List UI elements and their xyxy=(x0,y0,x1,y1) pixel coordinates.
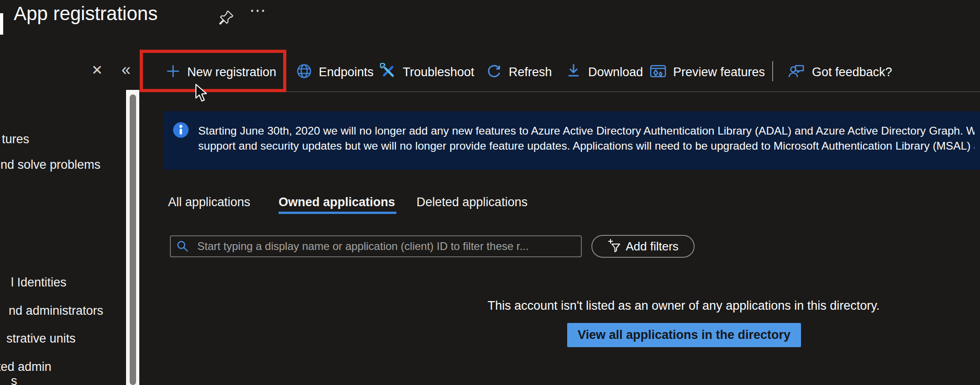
globe-icon xyxy=(296,63,312,81)
red-highlight-annotation xyxy=(140,50,286,92)
got-feedback-label: Got feedback? xyxy=(812,65,892,79)
app-registrations-page: App registrations ⋯ tures nd solve probl… xyxy=(0,0,980,385)
tab-deleted-applications[interactable]: Deleted applications xyxy=(416,195,527,209)
got-feedback-button[interactable]: Got feedback? xyxy=(787,61,892,83)
troubleshoot-label: Troubleshoot xyxy=(403,65,474,79)
search-input[interactable] xyxy=(170,235,582,257)
add-filters-button[interactable]: Add filters xyxy=(591,235,695,258)
download-icon xyxy=(565,63,582,81)
endpoints-button[interactable]: Endpoints xyxy=(296,61,374,83)
sidebar-item-administrative-units[interactable]: strative units xyxy=(6,332,76,346)
sidebar-item-roles-administrators[interactable]: nd administrators xyxy=(9,304,103,318)
empty-state-message: This account isn't listed as an owner of… xyxy=(478,299,889,313)
banner-line-2: support and security updates but we will… xyxy=(198,138,975,153)
endpoints-label: Endpoints xyxy=(319,65,374,79)
tab-all-applications[interactable]: All applications xyxy=(168,195,250,209)
toolbar-separator xyxy=(772,61,773,81)
refresh-label: Refresh xyxy=(509,65,552,79)
sidebar-item-external-identities[interactable]: l Identities xyxy=(11,276,67,290)
sparkle-window-icon xyxy=(649,63,667,81)
close-icon[interactable]: ✕ xyxy=(91,62,103,78)
download-button[interactable]: Download xyxy=(565,61,643,83)
banner-text: Starting June 30th, 2020 we will no long… xyxy=(198,123,975,153)
view-all-applications-button[interactable]: View all applications in the directory xyxy=(567,323,801,347)
add-filter-icon xyxy=(607,238,621,255)
banner-line-1: Starting June 30th, 2020 we will no long… xyxy=(198,123,975,138)
preview-features-button[interactable]: Preview features xyxy=(649,61,765,83)
tools-icon xyxy=(380,63,396,81)
flyout-scrollbar-track[interactable] xyxy=(126,90,139,385)
refresh-icon xyxy=(486,63,502,81)
pin-icon[interactable] xyxy=(217,9,235,28)
mouse-cursor xyxy=(195,83,211,104)
preview-features-label: Preview features xyxy=(673,65,765,79)
feedback-icon xyxy=(787,62,806,82)
info-icon xyxy=(173,122,189,140)
sidebar-item-delegated-admin[interactable]: ted admin xyxy=(0,360,52,374)
sidebar-item-preview-features[interactable]: tures xyxy=(2,132,29,146)
refresh-button[interactable]: Refresh xyxy=(486,61,552,83)
download-label: Download xyxy=(588,65,643,79)
sidebar-item-delegated-admin-wrap[interactable]: s xyxy=(11,374,17,385)
adal-deprecation-banner: Starting June 30th, 2020 we will no long… xyxy=(163,111,980,170)
troubleshoot-button[interactable]: Troubleshoot xyxy=(380,61,474,83)
tab-owned-applications[interactable]: Owned applications xyxy=(279,195,395,209)
more-options-icon[interactable]: ⋯ xyxy=(249,1,267,20)
clipped-blade-icon xyxy=(0,13,3,35)
active-tab-underline xyxy=(279,212,396,214)
add-filters-label: Add filters xyxy=(626,239,679,254)
collapse-menu-icon[interactable]: « xyxy=(121,60,131,79)
sidebar-item-diagnose-solve-problems[interactable]: nd solve problems xyxy=(0,158,100,172)
page-title: App registrations xyxy=(14,3,158,25)
flyout-scrollbar-thumb[interactable] xyxy=(130,94,136,385)
